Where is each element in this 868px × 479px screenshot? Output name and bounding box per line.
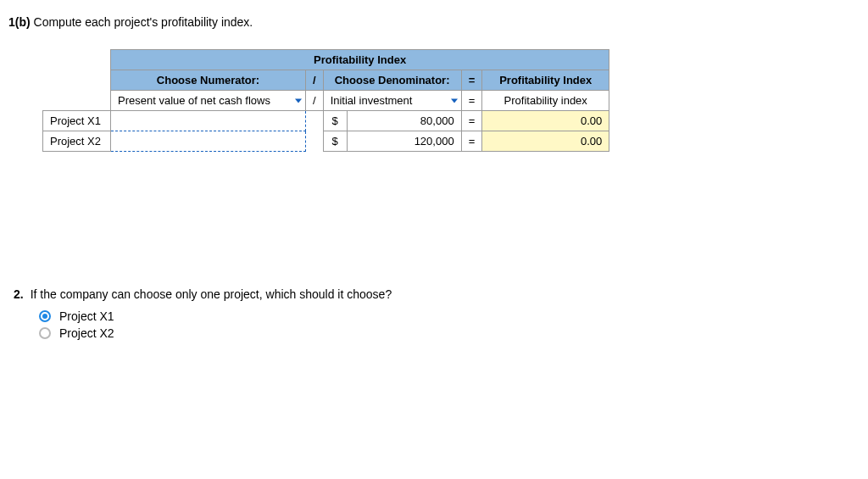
header-numerator: Choose Numerator: [111,70,306,91]
numerator-input[interactable] [111,131,306,152]
table-row: Project X2 $ 120,000 = 0.00 [43,131,609,152]
q1-label: 1(b) [8,15,31,29]
q2-text: If the company can choose only one proje… [31,287,392,301]
spacer [43,70,111,91]
q2-label: 2. [14,287,24,301]
q1-text: Compute each project's profitability ind… [34,15,253,29]
result-value: 0.00 [482,111,609,131]
question-2: 2. If the company can choose only one pr… [14,287,860,340]
numerator-dropdown[interactable]: Present value of net cash flows [111,91,306,111]
option-label: Project X2 [59,326,114,340]
denominator-value[interactable]: 80,000 [347,111,461,131]
radio-icon[interactable] [39,310,51,322]
spacer [306,131,324,152]
q2-options: Project X1 Project X2 [39,309,860,340]
numerator-input[interactable] [111,111,306,131]
spacer [43,50,111,70]
table-title: Profitability Index [111,50,609,70]
spacer [43,91,111,111]
subheader-eq: = [461,91,482,111]
header-eq: = [461,70,482,91]
option-project-x2[interactable]: Project X2 [39,326,860,340]
denominator-dropdown[interactable]: Initial investment [323,91,461,111]
option-project-x1[interactable]: Project X1 [39,309,860,323]
subheader-slash: / [306,91,324,111]
project-label: Project X2 [43,131,111,152]
equals-sign: = [461,131,482,152]
result-value: 0.00 [482,131,609,152]
header-slash: / [306,70,324,91]
spacer [306,111,324,131]
radio-icon[interactable] [39,327,51,339]
option-label: Project X1 [59,309,114,323]
equals-sign: = [461,111,482,131]
currency-symbol: $ [323,131,347,152]
profitability-table-wrap: Profitability Index Choose Numerator: / … [42,49,860,152]
project-label: Project X1 [43,111,111,131]
subheader-result: Profitability index [482,91,609,111]
header-result: Profitability Index [482,70,609,91]
header-denominator: Choose Denominator: [323,70,461,91]
profitability-table: Profitability Index Choose Numerator: / … [42,49,609,152]
denominator-value[interactable]: 120,000 [347,131,461,152]
question-1b: 1(b) Compute each project's profitabilit… [8,15,860,29]
table-row: Project X1 $ 80,000 = 0.00 [43,111,609,131]
currency-symbol: $ [323,111,347,131]
